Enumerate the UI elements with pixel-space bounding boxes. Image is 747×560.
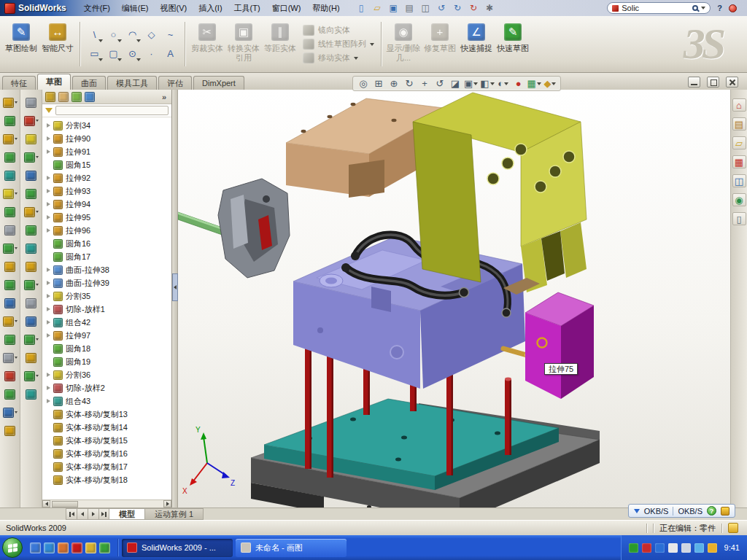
convert-entities-button[interactable]: ▣转换实体引用: [225, 18, 262, 71]
repair-sketch-button[interactable]: +修复草图: [422, 18, 458, 71]
move-flyout-icon[interactable]: [26, 314, 36, 328]
smart-dimension-button[interactable]: ↔智能尺寸: [39, 18, 76, 71]
open-document-icon[interactable]: ▱: [371, 2, 384, 15]
print-preview-icon[interactable]: ◫: [419, 2, 433, 15]
tree-item-12[interactable]: 曲面-拉伸39: [47, 276, 171, 289]
command-tab-0[interactable]: 特征: [2, 76, 36, 90]
pattern-flyout-icon[interactable]: [26, 296, 36, 310]
zoom-to-fit-icon[interactable]: ◎: [357, 77, 370, 90]
expand-arrow-icon[interactable]: [47, 202, 50, 206]
centerline-icon[interactable]: [26, 187, 36, 201]
tree-item-18[interactable]: 圆角19: [47, 355, 171, 368]
filter-input[interactable]: [55, 106, 169, 115]
extruded-boss-icon[interactable]: [3, 96, 18, 109]
command-tab-4[interactable]: 评估: [158, 76, 192, 90]
revolved-cut-icon[interactable]: [4, 205, 15, 219]
tree-item-3[interactable]: 圆角15: [47, 158, 171, 171]
display-delete-relations-button[interactable]: ◉显示/删除几...: [385, 18, 422, 71]
command-tab-3[interactable]: 模具工具: [107, 76, 157, 90]
spline-tool[interactable]: ~: [161, 26, 179, 44]
search-icon[interactable]: [692, 5, 698, 11]
lofted-boss-icon[interactable]: [4, 150, 15, 164]
revolved-boss-icon[interactable]: [4, 114, 15, 128]
move-entities-button[interactable]: 移动实体: [303, 52, 374, 63]
tree-hscrollbar[interactable]: [42, 499, 171, 508]
hide-show-items-icon[interactable]: ◐: [497, 77, 510, 90]
next-tab-icon[interactable]: [88, 508, 98, 520]
configurationmanager-tab-icon[interactable]: [71, 92, 82, 102]
expand-arrow-icon[interactable]: [47, 215, 50, 219]
splitter-grip[interactable]: [172, 273, 178, 301]
save-icon[interactable]: ▣: [387, 2, 400, 15]
zoom-in-out-icon[interactable]: ⊕: [387, 77, 400, 90]
tree-item-25[interactable]: 实体-移动/复制16: [47, 447, 171, 460]
mirror-entities-button[interactable]: 镜向实体: [303, 25, 374, 36]
prev-tab-icon[interactable]: [77, 508, 88, 520]
show-desktop-icon[interactable]: [30, 542, 41, 553]
display-pane-expand-icon[interactable]: »: [162, 93, 169, 101]
start-button[interactable]: [2, 537, 23, 558]
appearances-scenes-icon[interactable]: ◉: [732, 193, 746, 206]
scroll-thumb[interactable]: [52, 501, 78, 508]
toolbox-icon[interactable]: ▦: [732, 155, 746, 168]
expand-arrow-icon[interactable]: [47, 386, 50, 390]
view-settings-icon[interactable]: ◆: [543, 77, 557, 90]
menu-item-0[interactable]: 文件(F): [78, 0, 116, 16]
scroll-left-icon[interactable]: [42, 500, 50, 508]
menu-item-4[interactable]: 工具(T): [228, 0, 266, 16]
menu-item-2[interactable]: 视图(V): [155, 0, 193, 16]
expand-arrow-icon[interactable]: [47, 281, 50, 285]
grid-snap-icon[interactable]: [26, 387, 36, 401]
tree-item-14[interactable]: 切除-放样1: [47, 303, 171, 316]
close-document-icon[interactable]: [726, 77, 738, 88]
instant3d-icon[interactable]: [4, 387, 15, 401]
command-tab-2[interactable]: 曲面: [72, 76, 106, 90]
tree-item-17[interactable]: 圆角18: [47, 342, 171, 355]
command-tab-5[interactable]: DimXpert: [193, 76, 244, 90]
reference-geometry-icon[interactable]: [3, 351, 18, 365]
tree-item-5[interactable]: 拉伸93: [47, 184, 171, 198]
3d-content-central-icon[interactable]: [729, 4, 737, 12]
expand-arrow-icon[interactable]: [47, 228, 50, 233]
convert-flyout-icon[interactable]: [26, 241, 36, 255]
undo-icon[interactable]: ↺: [435, 2, 449, 15]
mirror-feature-icon[interactable]: [4, 332, 15, 346]
line-flyout-icon[interactable]: [24, 150, 39, 164]
mirror-flyout-icon[interactable]: [24, 278, 39, 292]
custom-properties-icon[interactable]: ▯: [732, 212, 746, 225]
linear-sketch-pattern-button[interactable]: 线性草图阵列: [303, 39, 374, 50]
tree-item-15[interactable]: 组合42: [47, 316, 171, 329]
model-canvas[interactable]: Y X Z: [178, 90, 730, 508]
shell-icon[interactable]: [4, 296, 15, 310]
first-tab-icon[interactable]: [66, 508, 77, 520]
tree-item-7[interactable]: 拉伸95: [47, 211, 171, 224]
search-scope-icon[interactable]: [612, 5, 619, 12]
file-explorer-icon[interactable]: ▱: [732, 136, 746, 149]
fillet-icon[interactable]: [3, 241, 18, 255]
part-support-pin[interactable]: [503, 349, 529, 357]
view-palette-icon[interactable]: ◫: [732, 174, 746, 187]
menu-item-3[interactable]: 插入(I): [193, 0, 228, 16]
tree-item-0[interactable]: 分割34: [47, 119, 171, 132]
pan-icon[interactable]: +: [418, 77, 431, 90]
dimension-tool-icon[interactable]: [26, 132, 36, 146]
expand-arrow-icon[interactable]: [47, 399, 50, 403]
sketch-button[interactable]: ✎草图绘制: [3, 18, 39, 71]
sheet-metal-icon[interactable]: [3, 405, 18, 419]
ellipse-tool[interactable]: ⊙: [123, 44, 142, 63]
filter-icon[interactable]: [45, 108, 53, 113]
apply-scene-icon[interactable]: ▦: [527, 77, 541, 90]
select-icon[interactable]: [26, 96, 36, 109]
expand-arrow-icon[interactable]: [47, 320, 50, 324]
taskbar-window-0[interactable]: SolidWorks 2009 - ...: [122, 539, 233, 557]
messenger-icon[interactable]: [99, 542, 110, 553]
swept-boss-icon[interactable]: [3, 132, 18, 146]
model-tab-0[interactable]: 模型: [109, 508, 145, 520]
expand-arrow-icon[interactable]: [47, 307, 50, 311]
tree-item-2[interactable]: 拉伸91: [47, 145, 171, 158]
menu-item-6[interactable]: 帮助(H): [306, 0, 345, 16]
my-documents-icon[interactable]: [85, 542, 96, 553]
antivirus-tray-icon[interactable]: [642, 543, 651, 553]
help-button[interactable]: ?: [711, 4, 729, 12]
text-tool[interactable]: A: [161, 44, 179, 63]
